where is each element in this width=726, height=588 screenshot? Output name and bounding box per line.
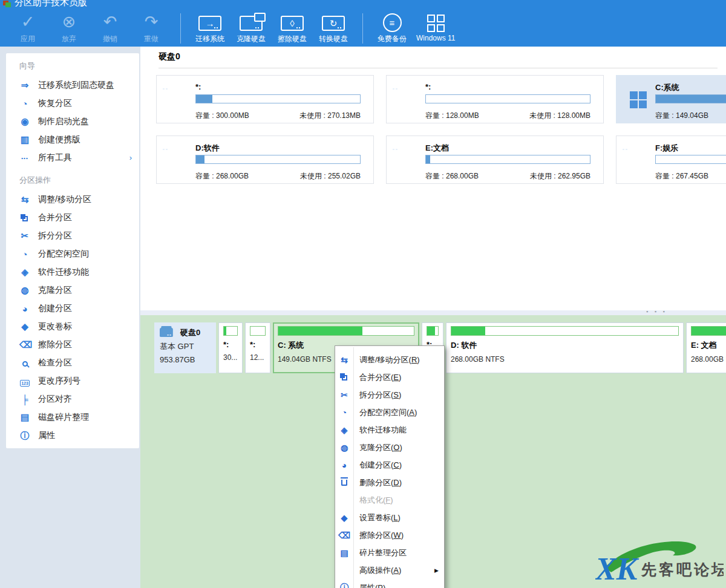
toolbar-button-label: 放弃 (62, 34, 76, 44)
menu-allocate-free-space[interactable]: ◔分配空闲空间(A) (335, 403, 444, 421)
disk-icon (160, 328, 173, 337)
partition-usage-fill (224, 327, 226, 335)
sidebar-item-recover-partition[interactable]: ◔恢复分区 (6, 94, 139, 113)
partition-card[interactable]: *:容量 : 128.00MB未使用 : 128.00MB (386, 75, 604, 123)
properties-icon: ⓘ (336, 583, 352, 588)
menu-split-partition[interactable]: ✂拆分分区(S) (335, 386, 444, 403)
menu-resize-move-partition[interactable]: ⇆调整/移动分区(R) (335, 351, 444, 368)
partition-card[interactable]: C:系统容量 : 149.04GB (616, 75, 726, 123)
wipe-partition-icon: ⌫ (19, 339, 30, 350)
free-backup-button[interactable]: ≡免费备份 (371, 8, 413, 44)
partition-label: E: 文档 (691, 340, 726, 351)
menu-format-partition: 格式化(F) (335, 491, 444, 509)
sidebar-item-label: 分区对齐 (38, 394, 72, 405)
menu-item-label: 调整/移动分区(R) (359, 354, 420, 365)
usage-bar (425, 155, 590, 164)
partition-card[interactable]: E:文档容量 : 268.00GB未使用 : 262.95GB (386, 136, 604, 184)
menu-set-label[interactable]: ◆设置卷标(L) (335, 509, 444, 526)
sidebar-item-create-partition[interactable]: ◕创建分区 (6, 299, 139, 318)
divider (159, 68, 718, 68)
sidebar-item-migrate-to-ssd[interactable]: ⇒迁移系统到固态硬盘 (6, 76, 139, 94)
clone-disk-icon (240, 16, 263, 31)
sidebar-item-label: 制作启动光盘 (38, 116, 89, 127)
convert-disk-button[interactable]: ↻转换硬盘 (313, 8, 354, 44)
sidebar-item-disk-defrag[interactable]: ▤磁盘碎片整理 (6, 408, 139, 426)
partition-usage-fill (692, 327, 726, 335)
sidebar-item-allocate-free-space[interactable]: ◔分配空闲空间 (6, 245, 139, 263)
sidebar-item-all-tools[interactable]: •••所有工具› (6, 149, 139, 167)
split-partition-icon: ✂ (19, 230, 30, 241)
splitter-bar[interactable]: ▪ ▪ ▪ (140, 310, 726, 315)
erase-disk-button[interactable]: ◊擦除硬盘 (272, 8, 313, 44)
sidebar-item-partition-align[interactable]: ╞分区对齐 (6, 390, 139, 408)
menu-merge-partition[interactable]: 合并分区(E) (335, 368, 444, 386)
menu-clone-partition[interactable]: ◍克隆分区(O) (335, 439, 444, 456)
disk-map-partition[interactable]: *:30... (218, 322, 243, 373)
menu-defrag-partition[interactable]: ▤碎片整理分区 (335, 544, 444, 561)
wipe-partition-icon: ⌫ (336, 531, 352, 540)
migrate-system-button[interactable]: →迁移系统 (189, 8, 231, 44)
partition-card[interactable]: *:容量 : 300.00MB未使用 : 270.13MB (156, 75, 374, 123)
volume-label-icon: ◆ (336, 513, 352, 523)
disk-map-partition[interactable]: E: 文档268.00GB NTFS (686, 322, 726, 373)
toolbar-button-label: 免费备份 (378, 34, 407, 44)
migrate-ssd-icon: ⇒ (19, 80, 30, 91)
capacity-label: 容量 : 149.04GB (655, 111, 708, 121)
toolbar-button-label: 重做 (144, 34, 159, 44)
clone-partition-icon: ◍ (19, 285, 30, 296)
sidebar-item-label: 调整/移动分区 (38, 194, 91, 205)
menu-properties[interactable]: ⓘ属性(P) (335, 579, 444, 588)
unused-label: 未使用 : 255.02GB (195, 171, 361, 181)
menu-item-label: 软件迁移功能 (359, 425, 407, 436)
sidebar-item-resize-move-partition[interactable]: ⇆调整/移动分区 (6, 191, 139, 209)
partition-usage-bar (451, 326, 679, 336)
sidebar-item-change-serial[interactable]: 123更改序列号 (6, 372, 139, 390)
sidebar-item-clone-partition[interactable]: ◍克隆分区 (6, 281, 139, 299)
toolbar-button-label: 迁移系统 (195, 34, 224, 44)
clone-disk-button[interactable]: 克隆硬盘 (231, 8, 272, 44)
partition-size: 12... (250, 353, 266, 362)
redo-icon: ↷ (145, 11, 159, 33)
partition-card[interactable]: F:娱乐容量 : 267.45GB (616, 136, 726, 184)
menu-wipe-partition[interactable]: ⌫擦除分区(W) (335, 526, 444, 544)
erase-disk-icon: ◊ (281, 16, 304, 31)
disk-map-partition[interactable]: D: 软件268.00GB NTFS (446, 322, 684, 373)
serial-number-icon: 123 (19, 376, 30, 387)
menu-delete-partition[interactable]: 删除分区(D) (335, 474, 444, 491)
partition-label: *: (250, 340, 266, 349)
menu-item-label: 分配空闲空间(A) (359, 407, 417, 418)
partition-name: D:软件 (195, 143, 220, 154)
sidebar-item-check-partition[interactable]: 检查分区 (6, 354, 139, 372)
sidebar-item-app-mover[interactable]: ◈软件迁移功能 (6, 263, 139, 281)
disk-overview-panel: 硬盘0 *:容量 : 300.00MB未使用 : 270.13MB*:容量 : … (140, 47, 726, 310)
convert-disk-icon: ↻ (322, 16, 345, 31)
sidebar-item-properties[interactable]: ⓘ属性 (6, 426, 139, 445)
menu-app-mover[interactable]: ◈软件迁移功能 (335, 421, 444, 439)
disk-map-partition[interactable]: *:12... (245, 322, 270, 373)
partition-usage-bar (278, 326, 414, 336)
disk-info-block[interactable]: 硬盘0 基本 GPT 953.87GB (154, 322, 216, 373)
allocate-space-icon: ◔ (19, 249, 30, 260)
sidebar-item-label: 属性 (38, 430, 55, 441)
toolbar-button-label: Windows 11 (416, 34, 455, 42)
sidebar-item-merge-partition[interactable]: 合并分区 (6, 209, 139, 227)
merge-partition-icon (336, 373, 352, 382)
sidebar-item-change-label[interactable]: ◆更改卷标 (6, 318, 139, 336)
sidebar-item-split-partition[interactable]: ✂拆分分区 (6, 227, 139, 245)
merge-partition-icon (19, 213, 30, 223)
sidebar-item-label: 检查分区 (38, 358, 72, 368)
partition-usage-bar (223, 326, 238, 336)
splitter-handle[interactable]: ▪ ▪ ▪ (646, 309, 667, 315)
sidebar-item-wipe-partition[interactable]: ⌫擦除分区 (6, 336, 139, 354)
menu-item-label: 克隆分区(O) (359, 442, 402, 453)
menu-advanced-ops[interactable]: 高级操作(A)▶ (335, 561, 444, 579)
volume-label-icon: ◆ (19, 321, 30, 332)
partition-size: 268.00GB NTFS (691, 355, 726, 364)
windows11-button[interactable]: Windows 11 (413, 8, 459, 42)
menu-create-partition[interactable]: ◕创建分区(C) (335, 456, 444, 474)
sidebar-item-make-boot-disc[interactable]: ◉制作启动光盘 (6, 113, 139, 131)
sidebar-section-title: 分区操作 (6, 172, 139, 191)
sidebar-item-create-portable[interactable]: ▥创建便携版 (6, 131, 139, 149)
partition-card[interactable]: D:软件容量 : 268.00GB未使用 : 255.02GB (156, 136, 374, 184)
disk-name: 硬盘0 (180, 327, 200, 338)
